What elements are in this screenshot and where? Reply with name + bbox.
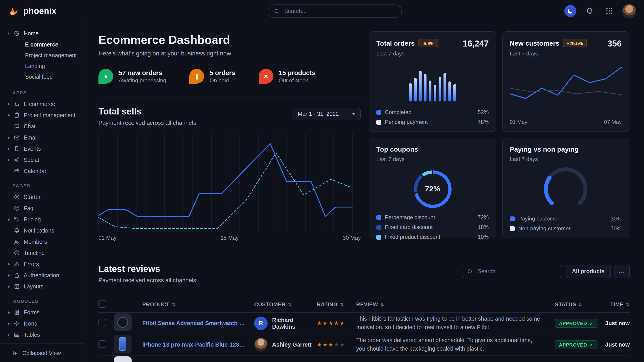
card-period: Last 7 days (376, 156, 418, 162)
sidebar-item-chat[interactable]: Chat (0, 121, 84, 132)
pie-chart-icon (14, 30, 20, 36)
collapse-view-label: Collapsed View (22, 350, 61, 356)
sidebar-item-email[interactable]: Email (0, 132, 84, 143)
sidebar-item-layouts[interactable]: Layouts (0, 281, 84, 292)
avatar-image (622, 4, 636, 18)
sidebar-item-starter[interactable]: Starter (0, 191, 84, 203)
reviews-search-input[interactable] (476, 268, 557, 275)
stat-caption: Awating processing (118, 77, 166, 83)
tag-icon (14, 216, 20, 222)
pause-icon (190, 69, 204, 84)
search-input[interactable] (283, 7, 396, 15)
x-tick: 07 May (604, 119, 622, 125)
column-header-customer[interactable]: CUSTOMER (254, 301, 317, 308)
legend-label: Fixed product discount (385, 234, 440, 240)
table-row-partial[interactable] (98, 356, 630, 362)
topbar-search[interactable] (268, 4, 402, 18)
table-row[interactable]: iPhone 13 pro max-Pacific Blue-128GB sto… (98, 334, 630, 356)
theme-toggle-button[interactable] (564, 5, 576, 17)
bell-icon (14, 228, 20, 233)
x-tick: 15 May (221, 235, 239, 241)
sidebar-item-timeline[interactable]: Timeline (0, 247, 84, 259)
sidebar-item-events[interactable]: Events (0, 143, 84, 154)
sidebar-item-authentication[interactable]: Authentication (0, 270, 84, 281)
sidebar-item-label: Social (24, 157, 39, 163)
topbar-actions (564, 4, 636, 18)
brand-logo[interactable]: phoenix (8, 5, 83, 17)
new-customers-x-axis: 01 May 07 May (510, 115, 622, 125)
sidebar-item-icons[interactable]: Icons (0, 318, 84, 329)
column-header-time[interactable]: TIME (604, 301, 630, 308)
row-checkbox[interactable] (98, 340, 106, 348)
sidebar-subitem-landing[interactable]: Landing (0, 61, 84, 71)
chevron-right-icon (8, 147, 10, 150)
sidebar-item-label: Layouts (24, 283, 44, 290)
status-badge: APPROVED (555, 319, 597, 328)
stat-out-of-stock: 15 products Out of stock (258, 69, 315, 84)
top-coupons-card: Top coupons Last 7 days 72% Percentage d… (369, 138, 496, 238)
customer-name: Richard Dawkins (272, 316, 317, 330)
review-text: This Fitbit is fantastic! I was trying t… (356, 315, 555, 331)
reviews-title: Latest reviews (98, 264, 196, 274)
sidebar-item-label: Pricing (24, 216, 41, 223)
sidebar-item-notifications[interactable]: Notifications (0, 225, 84, 236)
all-products-button[interactable]: All products (566, 265, 611, 278)
sidebar-item-forms[interactable]: Forms (0, 307, 84, 318)
cart-icon (14, 101, 20, 107)
sidebar-item-label: Icons (24, 321, 37, 327)
sidebar-item-ecommerce-app[interactable]: E commerce (0, 98, 84, 110)
rating-stars: ★★★★★ (317, 320, 356, 327)
select-all-checkbox[interactable] (98, 300, 106, 308)
column-header-rating[interactable]: RATING (317, 301, 356, 308)
sidebar-item-errors[interactable]: Errors (0, 259, 84, 270)
sidebar-item-label: Starter (24, 194, 40, 200)
chevron-right-icon (8, 114, 10, 116)
new-customers-card: New customers +26.5% Last 7 days 356 01 … (502, 31, 629, 132)
chevron-right-icon (8, 333, 10, 336)
legend-swatch (376, 225, 381, 230)
more-options-button[interactable]: ... (614, 265, 630, 278)
sidebar-subitem-ecommerce[interactable]: E commerce (0, 39, 84, 50)
column-header-review[interactable]: REVIEW (356, 301, 555, 308)
sidebar-item-faq[interactable]: Faq (0, 203, 84, 214)
product-link[interactable]: Fitbit Sense Advanced Smartwatch with To… (142, 320, 254, 327)
layout-icon (14, 284, 20, 289)
product-link[interactable]: iPhone 13 pro max-Pacific Blue-128GB sto… (142, 341, 254, 348)
sidebar-item-pricing[interactable]: Pricing (0, 214, 84, 225)
dashboard-section: Ecommerce Dashboard Here's what's going … (85, 22, 644, 241)
coupons-donut-chart: 72% (411, 168, 454, 211)
card-title: Top coupons (376, 145, 418, 153)
date-range-select[interactable]: Mar 1 - 31, 2022 (292, 108, 361, 120)
row-checkbox[interactable] (98, 319, 106, 326)
sidebar-item-label: Tables (24, 332, 40, 338)
stat-new-orders: 57 new orders Awating processing (98, 69, 166, 84)
column-header-product[interactable]: PRODUCT (142, 301, 254, 308)
alert-triangle-icon (14, 261, 20, 267)
table-row[interactable]: Fitbit Sense Advanced Smartwatch with To… (98, 313, 630, 334)
legend-label: Non-paying customer (518, 225, 570, 232)
phoenix-logo-icon (8, 5, 20, 17)
sidebar-item-social[interactable]: Social (0, 154, 84, 165)
user-avatar-button[interactable] (622, 4, 636, 18)
stat-caption: Out of stock (278, 77, 315, 83)
apps-menu-button[interactable] (603, 7, 616, 15)
collapse-view-button[interactable]: Collapsed View (0, 344, 84, 362)
sidebar-item-members[interactable]: Members (0, 236, 84, 247)
sidebar-item-label: Errors (24, 261, 39, 267)
sidebar-item-label: Events (24, 146, 41, 152)
sidebar-subitem-social-feed[interactable]: Social feed (0, 71, 84, 82)
sidebar-item-calendar[interactable]: Calendar (0, 165, 84, 177)
notifications-button[interactable] (583, 7, 596, 15)
review-time: Just now (604, 342, 630, 348)
sidebar-item-tables[interactable]: Tables (0, 329, 84, 340)
change-badge: +26.5% (563, 39, 587, 47)
reviews-search[interactable] (462, 265, 562, 278)
sidebar-item-project-management-app[interactable]: Project management (0, 110, 84, 121)
total-sells-x-axis: 01 May 15 May 30 May (98, 235, 361, 241)
sidebar-item-home[interactable]: Home (0, 28, 84, 39)
column-header-status[interactable]: STATUS (555, 301, 604, 308)
sidebar-nav: Home E commerce Project management Landi… (0, 22, 84, 344)
card-period: Last 7 days (376, 50, 438, 57)
sidebar-item-components[interactable]: Components (0, 340, 84, 344)
sidebar-subitem-project-management[interactable]: Project management (0, 50, 84, 61)
